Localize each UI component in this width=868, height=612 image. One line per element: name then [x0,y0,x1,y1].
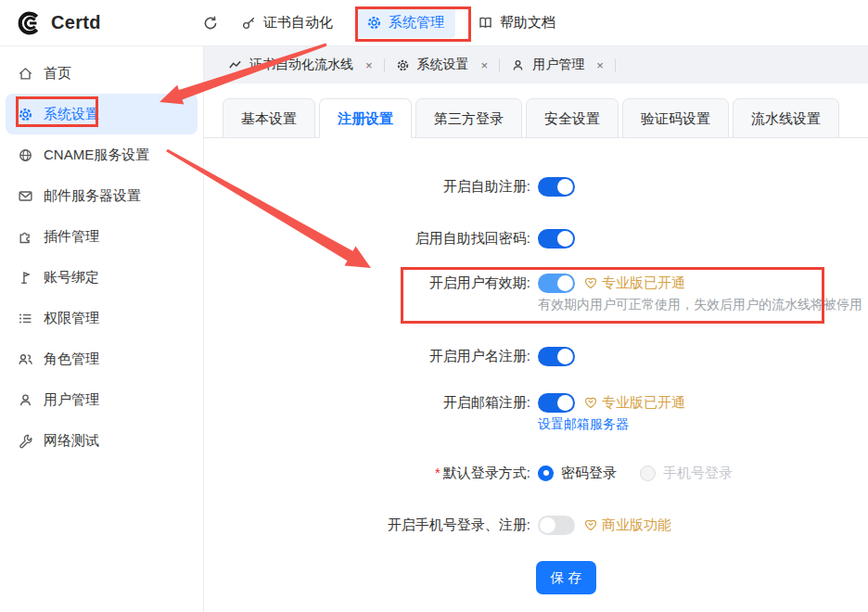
sidebar-item-account-binding[interactable]: 账号绑定 [6,257,198,298]
tab-security-settings[interactable]: 安全设置 [526,98,619,138]
self-register-toggle[interactable] [538,177,575,197]
user-icon [18,392,33,408]
settings-content: 基本设置 注册设置 第三方登录 安全设置 验证码设置 流水线设置 开启自助注册:… [204,83,868,612]
username-register-toggle[interactable] [538,347,575,366]
user-icon [511,58,525,72]
email-register-toggle[interactable] [538,393,575,413]
field-label: 开启用户有效期: [204,274,530,292]
globe-icon [18,147,33,163]
form-row-email-register: 开启邮箱注册: 专业版已开通 设置邮箱服务器 [204,391,868,414]
self-reset-password-toggle[interactable] [538,229,575,249]
page-tab-pipeline[interactable]: 证书自动化流水线 × [217,57,384,73]
flag-icon [18,270,33,286]
close-icon[interactable]: × [365,58,373,72]
badge-label: 专业版已开通 [602,274,685,292]
sidebar-item-label: 系统设置 [44,106,99,123]
sidebar-item-label: CNAME服务设置 [44,147,149,164]
field-label: 开启用户名注册: [204,348,530,365]
field-label: 开启手机号登录、注册: [204,516,530,534]
nav-item-help-docs[interactable]: 帮助文档 [478,14,555,32]
sidebar-item-role-management[interactable]: 角色管理 [6,338,198,379]
puzzle-icon [18,229,33,245]
field-label: *默认登录方式: [204,465,530,482]
close-icon[interactable]: × [596,58,604,72]
radio-phone-login[interactable]: 手机号登录 [640,465,733,482]
sidebar-item-home[interactable]: 首页 [6,53,198,94]
user-validity-helper-text: 有效期内用户可正常使用，失效后用户的流水线将被停用 [538,297,862,313]
book-icon [478,15,493,31]
cert-badge-icon [583,517,598,532]
nav-label: 系统管理 [389,14,444,32]
sidebar-item-network-test[interactable]: 网络测试 [6,420,198,461]
close-icon[interactable]: × [481,58,489,72]
form-row-username-register: 开启用户名注册: [204,345,868,367]
gear-icon [366,15,382,31]
sidebar-item-label: 邮件服务器设置 [44,187,141,205]
sidebar-item-system-settings[interactable]: 系统设置 [6,94,198,134]
nav-item-cert-automation[interactable]: 证书自动化 [241,14,333,32]
page-tab-label: 系统设置 [417,57,469,73]
badge-label: 专业版已开通 [602,394,685,412]
form-row-default-login-type: *默认登录方式: 密码登录 手机号登录 [204,462,868,484]
chart-line-icon [228,58,242,72]
refresh-button[interactable] [202,15,219,32]
radio-label: 密码登录 [561,465,617,482]
users-icon [18,351,33,367]
save-button[interactable]: 保存 [536,561,596,594]
refresh-icon [202,15,219,32]
key-icon [241,15,257,31]
sidebar-item-label: 账号绑定 [44,269,99,287]
sidebar-item-label: 权限管理 [44,310,99,327]
radio-password-login[interactable]: 密码登录 [538,465,617,482]
radio-icon[interactable] [640,465,656,481]
field-label: 开启邮箱注册: [204,394,530,412]
tab-captcha-settings[interactable]: 验证码设置 [622,98,729,138]
app-logo[interactable]: Certd [0,9,202,37]
form-row-phone-login-register: 开启手机号登录、注册: 商业版功能 [204,514,868,536]
form-row-user-validity: 开启用户有效期: 专业版已开通 有效期内用户可正常使用，失效后用户的流水线将被停… [204,272,868,294]
page-tab-label: 用户管理 [532,57,584,73]
setup-mail-server-link[interactable]: 设置邮箱服务器 [538,416,629,433]
pro-edition-badge: 专业版已开通 [583,274,685,292]
gear-icon [18,107,33,122]
required-mark: * [435,465,440,480]
tab-third-party-login[interactable]: 第三方登录 [415,98,522,138]
settings-tabs: 基本设置 注册设置 第三方登录 安全设置 验证码设置 流水线设置 [223,98,839,138]
gear-icon [396,58,410,72]
sidebar-item-user-management[interactable]: 用户管理 [6,379,198,420]
list-icon [18,311,33,326]
sidebar-item-label: 网络测试 [44,432,99,450]
tab-register-settings[interactable]: 注册设置 [319,98,412,138]
tab-divider [615,58,616,72]
tab-basic-settings[interactable]: 基本设置 [223,98,315,138]
field-label: 开启自助注册: [204,178,530,196]
sidebar-item-label: 插件管理 [44,228,99,246]
radio-icon[interactable] [538,465,554,481]
sidebar-item-mail-server-settings[interactable]: 邮件服务器设置 [6,175,198,216]
sidebar-item-permission-management[interactable]: 权限管理 [6,298,198,338]
sidebar: 首页 系统设置 CNAME服务设置 邮件服务器设置 插件管理 账号绑定 权限管理 [0,46,204,612]
page-tab-user-management[interactable]: 用户管理 × [500,57,615,73]
sidebar-item-plugin-management[interactable]: 插件管理 [6,216,198,257]
commercial-edition-badge: 商业版功能 [583,516,671,534]
nav-label: 证书自动化 [263,14,333,32]
page-tab-label: 证书自动化流水线 [249,57,353,73]
pro-edition-badge: 专业版已开通 [583,394,685,412]
sidebar-item-label: 首页 [44,65,71,83]
user-validity-toggle[interactable] [538,274,575,293]
cert-badge-icon [583,275,598,290]
page-tab-strip: 证书自动化流水线 × 系统设置 × 用户管理 × [204,46,868,83]
badge-label: 商业版功能 [602,516,671,534]
sidebar-item-cname-settings[interactable]: CNAME服务设置 [6,134,198,175]
form-row-self-reset-password: 启用自助找回密码: [204,227,868,249]
page-tab-system-settings[interactable]: 系统设置 × [385,57,500,73]
field-label: 启用自助找回密码: [204,230,530,248]
nav-item-system-management[interactable]: 系统管理 [355,7,455,38]
phone-login-toggle[interactable] [538,516,575,535]
wrench-icon [18,433,33,449]
certd-logo-icon [15,9,43,37]
tab-pipeline-settings[interactable]: 流水线设置 [733,98,839,138]
mail-icon [18,188,33,204]
home-icon [18,66,33,82]
cert-badge-icon [583,395,598,410]
